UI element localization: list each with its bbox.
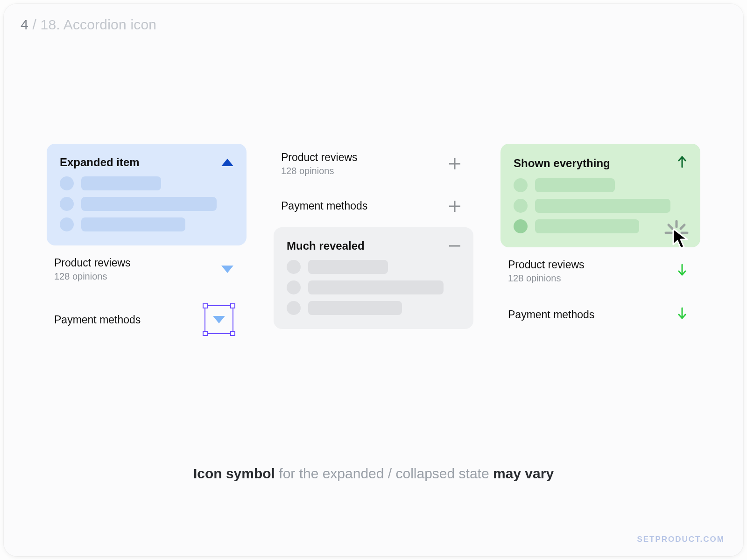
caret-down-icon[interactable] (213, 316, 225, 323)
avatar-placeholder (514, 199, 528, 213)
accordion-row-sublabel: 128 opinions (54, 271, 131, 282)
accordion-row-label: Payment methods (508, 308, 594, 321)
caption-mid: for the expanded / collapsed state (275, 466, 493, 481)
accordion-row-sublabel: 128 opinions (281, 166, 358, 176)
text-placeholder (308, 301, 402, 315)
text-placeholder (308, 280, 444, 294)
accordion-row-payment[interactable]: Payment methods (47, 298, 247, 342)
avatar-placeholder (514, 219, 528, 233)
list-item (514, 219, 687, 233)
cursor-overlay (671, 228, 691, 251)
breadcrumb-index: 4 (21, 17, 28, 32)
accordion-row-label: Product reviews (54, 257, 131, 269)
avatar-placeholder (287, 301, 301, 315)
accordion-row-reviews[interactable]: Product reviews 128 opinions (47, 249, 247, 289)
avatar-placeholder (287, 280, 301, 294)
accordion-row-reviews[interactable]: Product reviews 128 opinions (500, 251, 700, 291)
minus-icon[interactable] (449, 240, 460, 252)
caption-strong-c: may vary (493, 466, 554, 481)
accordion-row-label: Payment methods (281, 200, 367, 212)
resize-handle[interactable] (203, 331, 208, 336)
avatar-placeholder (60, 176, 74, 190)
arrow-down-icon[interactable] (677, 264, 687, 279)
accordion-row-payment[interactable]: Payment methods (500, 300, 700, 329)
accordion-row-sublabel: 128 opinions (508, 273, 585, 284)
accordion-expanded-card: Expanded item (47, 144, 247, 245)
svg-line-2 (669, 225, 672, 229)
text-placeholder (535, 219, 639, 233)
breadcrumb-rest: 18. Accordion icon (41, 17, 157, 32)
avatar-placeholder (514, 178, 528, 192)
list-item (514, 199, 687, 213)
svg-line-1 (681, 225, 684, 229)
accordion-expanded-title: Shown everything (514, 157, 610, 170)
caption: Icon symbol for the expanded / collapsed… (4, 466, 743, 482)
accordion-expanded-title: Much revealed (287, 239, 365, 252)
list-item (60, 217, 233, 231)
breadcrumb: 4 / 18. Accordion icon (21, 17, 156, 33)
text-placeholder (81, 197, 217, 211)
caret-down-icon[interactable] (221, 266, 233, 273)
list-item (287, 280, 460, 294)
breadcrumb-sep: / (28, 17, 41, 32)
text-placeholder (535, 178, 615, 192)
click-burst-icon (663, 219, 690, 246)
watermark: SETPRODUCT.COM (637, 535, 725, 544)
list-item (514, 178, 687, 192)
list-item (287, 260, 460, 274)
avatar-placeholder (287, 260, 301, 274)
text-placeholder (81, 217, 185, 231)
selection-frame[interactable] (204, 305, 233, 334)
arrow-up-icon[interactable] (677, 156, 687, 171)
avatar-placeholder (60, 217, 74, 231)
resize-handle[interactable] (230, 303, 235, 308)
list-item (60, 197, 233, 211)
accordion-expanded-card: Much revealed (274, 227, 473, 329)
resize-handle[interactable] (230, 331, 235, 336)
caret-up-icon[interactable] (221, 159, 233, 166)
arrow-down-icon[interactable] (677, 307, 687, 322)
text-placeholder (535, 199, 670, 213)
caption-strong-a: Icon symbol (193, 466, 275, 481)
accordion-row-label: Product reviews (281, 151, 358, 163)
list-item (60, 176, 233, 190)
text-placeholder (81, 176, 161, 190)
text-placeholder (308, 260, 388, 274)
plus-icon[interactable] (449, 158, 460, 169)
accordion-row-payment[interactable]: Payment methods (274, 192, 473, 220)
resize-handle[interactable] (203, 303, 208, 308)
list-item (287, 301, 460, 315)
plus-icon[interactable] (449, 201, 460, 212)
accordion-expanded-card: Shown everything (500, 144, 700, 247)
avatar-placeholder (60, 197, 74, 211)
accordion-row-label: Product reviews (508, 259, 585, 271)
accordion-row-reviews[interactable]: Product reviews 128 opinions (274, 144, 473, 184)
accordion-row-label: Payment methods (54, 314, 141, 326)
accordion-expanded-title: Expanded item (60, 156, 140, 169)
